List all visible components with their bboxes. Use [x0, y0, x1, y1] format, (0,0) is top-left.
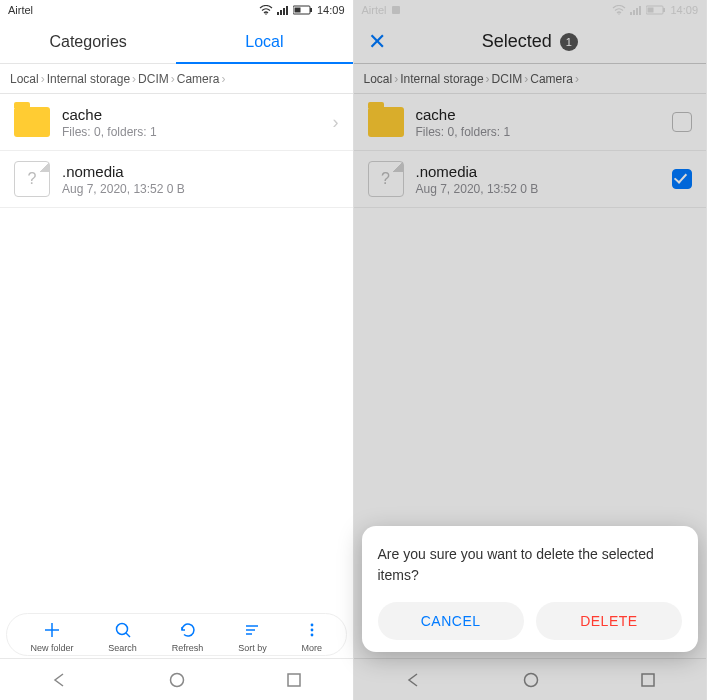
- item-name: .nomedia: [62, 163, 339, 180]
- tool-label: New folder: [30, 643, 73, 653]
- item-meta: Files: 0, folders: 1: [62, 125, 321, 139]
- svg-rect-7: [310, 8, 312, 12]
- status-bar: Airtel 14:09: [354, 0, 707, 20]
- chevron-right-icon: ›: [486, 72, 490, 86]
- breadcrumb: Local› Internal storage› DCIM› Camera›: [0, 64, 353, 94]
- unknown-file-icon: ?: [368, 161, 404, 197]
- svg-rect-20: [392, 6, 400, 14]
- status-indicators: 14:09: [612, 4, 698, 16]
- back-button[interactable]: [404, 671, 422, 689]
- selection-header: ✕ Selected 1: [354, 20, 707, 64]
- top-tabs: Categories Local: [0, 20, 353, 64]
- checkbox[interactable]: [672, 112, 692, 132]
- more-icon: [303, 620, 321, 640]
- crumb-internal[interactable]: Internal storage: [47, 72, 130, 86]
- chevron-right-icon: ›: [171, 72, 175, 86]
- bottom-toolbar: New folder Search Refresh Sort by More: [6, 613, 347, 656]
- chevron-right-icon: ›: [394, 72, 398, 86]
- carrier-label: Airtel: [8, 4, 33, 16]
- recent-button[interactable]: [286, 672, 302, 688]
- sim-icon: [391, 5, 401, 15]
- home-button[interactable]: [522, 671, 540, 689]
- crumb-camera[interactable]: Camera: [177, 72, 220, 86]
- svg-rect-25: [639, 6, 641, 15]
- svg-rect-19: [288, 674, 300, 686]
- tool-label: More: [302, 643, 323, 653]
- recent-button[interactable]: [640, 672, 656, 688]
- item-meta: Aug 7, 2020, 13:52 0 B: [416, 182, 661, 196]
- chevron-right-icon: ›: [41, 72, 45, 86]
- signal-icon: [277, 5, 289, 15]
- tool-label: Search: [108, 643, 137, 653]
- status-indicators: 14:09: [259, 4, 345, 16]
- svg-point-21: [619, 13, 621, 15]
- crumb-dcim[interactable]: DCIM: [138, 72, 169, 86]
- svg-point-18: [171, 673, 184, 686]
- list-item-folder[interactable]: cache Files: 0, folders: 1: [354, 94, 707, 151]
- chevron-right-icon: ›: [575, 72, 579, 86]
- delete-confirm-dialog: Are you sure you want to delete the sele…: [362, 526, 699, 652]
- unknown-file-icon: ?: [14, 161, 50, 197]
- back-button[interactable]: [50, 671, 68, 689]
- signal-icon: [630, 5, 642, 15]
- crumb-camera[interactable]: Camera: [530, 72, 573, 86]
- item-name: .nomedia: [416, 163, 661, 180]
- list-item-file[interactable]: ? .nomedia Aug 7, 2020, 13:52 0 B: [354, 151, 707, 208]
- sort-icon: [243, 620, 261, 640]
- item-name: cache: [62, 106, 321, 123]
- search-button[interactable]: Search: [108, 620, 137, 653]
- list-item-file[interactable]: ? .nomedia Aug 7, 2020, 13:52 0 B: [0, 151, 353, 208]
- close-icon[interactable]: ✕: [366, 29, 388, 55]
- selection-count-badge: 1: [560, 33, 578, 51]
- wifi-icon: [612, 5, 626, 15]
- tab-local[interactable]: Local: [176, 20, 352, 63]
- svg-point-0: [265, 13, 267, 15]
- svg-rect-28: [663, 8, 665, 12]
- sort-button[interactable]: Sort by: [238, 620, 267, 653]
- tool-label: Sort by: [238, 643, 267, 653]
- item-meta: Aug 7, 2020, 13:52 0 B: [62, 182, 339, 196]
- tool-label: Refresh: [172, 643, 204, 653]
- system-nav: [0, 658, 353, 700]
- refresh-button[interactable]: Refresh: [172, 620, 204, 653]
- svg-line-11: [126, 633, 130, 637]
- svg-rect-27: [648, 8, 654, 13]
- crumb-local[interactable]: Local: [10, 72, 39, 86]
- svg-rect-23: [633, 10, 635, 15]
- svg-point-15: [310, 624, 313, 627]
- tab-categories[interactable]: Categories: [0, 20, 176, 63]
- svg-rect-1: [277, 12, 279, 15]
- folder-icon: [368, 107, 404, 137]
- file-list: cache Files: 0, folders: 1 › ? .nomedia …: [0, 94, 353, 613]
- svg-rect-22: [630, 12, 632, 15]
- cancel-button[interactable]: CANCEL: [378, 602, 524, 640]
- wifi-icon: [259, 5, 273, 15]
- list-item-folder[interactable]: cache Files: 0, folders: 1 ›: [0, 94, 353, 151]
- svg-rect-30: [642, 674, 654, 686]
- carrier-label: Airtel: [362, 4, 387, 16]
- system-nav: [354, 658, 707, 700]
- crumb-local[interactable]: Local: [364, 72, 393, 86]
- home-button[interactable]: [168, 671, 186, 689]
- new-folder-button[interactable]: New folder: [30, 620, 73, 653]
- breadcrumb: Local› Internal storage› DCIM› Camera›: [354, 64, 707, 94]
- chevron-right-icon: ›: [333, 112, 339, 133]
- plus-icon: [43, 620, 61, 640]
- selection-pane: Airtel 14:09 ✕ Selected 1 Local› Interna…: [354, 0, 708, 700]
- battery-icon: [646, 5, 666, 15]
- clock: 14:09: [670, 4, 698, 16]
- crumb-internal[interactable]: Internal storage: [400, 72, 483, 86]
- svg-rect-6: [294, 8, 300, 13]
- delete-button[interactable]: DELETE: [536, 602, 682, 640]
- more-button[interactable]: More: [302, 620, 323, 653]
- crumb-dcim[interactable]: DCIM: [492, 72, 523, 86]
- clock: 14:09: [317, 4, 345, 16]
- folder-icon: [14, 107, 50, 137]
- svg-rect-3: [283, 8, 285, 15]
- file-browser-pane: Airtel 14:09 Categories Local Local› Int…: [0, 0, 354, 700]
- svg-point-29: [524, 673, 537, 686]
- dialog-message: Are you sure you want to delete the sele…: [378, 544, 683, 586]
- svg-point-10: [116, 624, 127, 635]
- item-meta: Files: 0, folders: 1: [416, 125, 661, 139]
- checkbox-checked[interactable]: [672, 169, 692, 189]
